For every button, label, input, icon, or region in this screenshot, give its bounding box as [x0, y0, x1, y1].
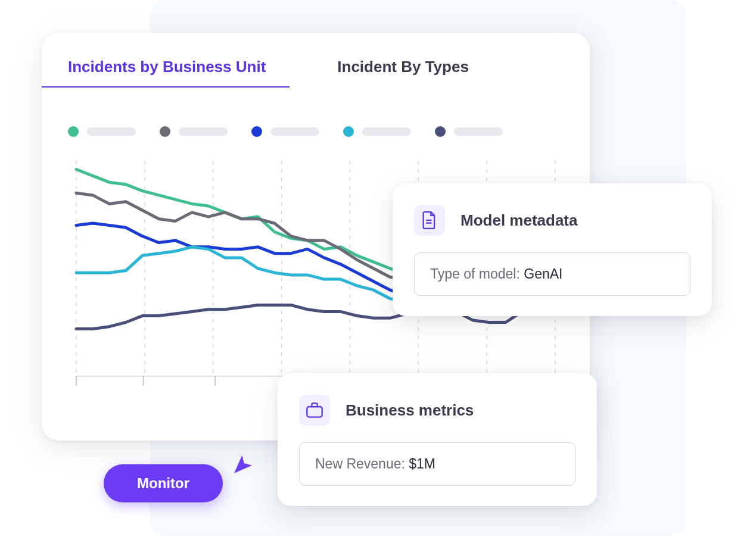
legend-row [68, 126, 564, 137]
model-metadata-title: Model metadata [461, 211, 578, 230]
monitor-button[interactable]: Monitor [104, 464, 223, 502]
tab-incident-by-types[interactable]: Incident By Types [337, 58, 469, 87]
legend-bar-3 [270, 127, 319, 136]
model-type-label: Type of model: [430, 266, 524, 282]
document-icon [414, 205, 445, 236]
legend-dot-2 [160, 126, 170, 137]
legend-bar-1 [87, 127, 136, 136]
legend-bar-2 [179, 127, 228, 136]
tabs: Incidents by Business Unit Incident By T… [68, 58, 564, 87]
legend-dot-5 [435, 126, 446, 137]
business-metrics-title: Business metrics [346, 401, 474, 420]
legend-item-3 [251, 126, 319, 137]
new-revenue-label: New Revenue: [315, 456, 409, 471]
legend-item-5 [435, 126, 503, 137]
legend-item-2 [160, 126, 228, 137]
legend-bar-4 [362, 127, 411, 136]
business-metrics-card: Business metrics New Revenue: $1M [278, 373, 597, 506]
cursor-icon [231, 452, 255, 479]
legend-dot-4 [343, 126, 354, 137]
legend-item-1 [68, 126, 136, 137]
legend-dot-3 [251, 126, 262, 137]
legend-dot-1 [68, 126, 79, 137]
model-type-field[interactable]: Type of model: GenAI [414, 252, 690, 296]
tab-incidents-by-business-unit[interactable]: Incidents by Business Unit [68, 58, 266, 87]
briefcase-icon [299, 395, 330, 426]
model-metadata-card: Model metadata Type of model: GenAI [393, 183, 712, 316]
legend-bar-5 [454, 127, 503, 136]
new-revenue-field[interactable]: New Revenue: $1M [299, 442, 575, 486]
model-type-value: GenAI [524, 266, 562, 282]
new-revenue-value: $1M [409, 456, 435, 471]
legend-item-4 [343, 126, 411, 137]
svg-rect-15 [307, 407, 322, 417]
